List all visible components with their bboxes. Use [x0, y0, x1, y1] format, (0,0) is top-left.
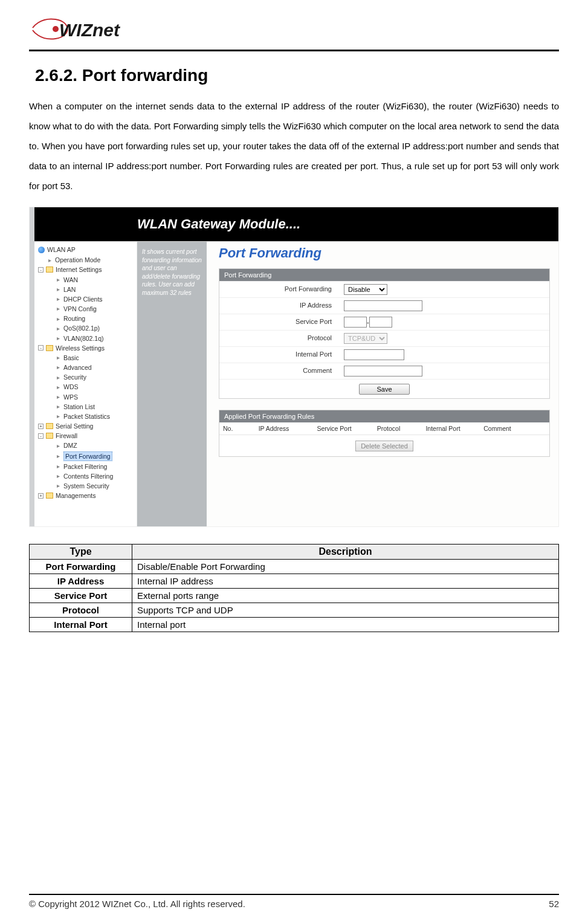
cell-desc: Internal port: [132, 618, 559, 632]
brand-logo: WIZnet: [29, 13, 559, 45]
cell-type: Internal Port: [30, 618, 132, 632]
service-port-to-input[interactable]: [369, 317, 392, 328]
tree-item-selected[interactable]: Port Forwarding: [63, 451, 112, 461]
tree-item[interactable]: LAN: [63, 285, 76, 294]
cell-type: IP Address: [30, 574, 132, 589]
tree-item[interactable]: WAN: [63, 276, 78, 284]
box-header: Applied Port Forwarding Rules: [219, 410, 549, 422]
cell-desc: External ports range: [132, 589, 559, 603]
cell-desc: Disable/Enable Port Forwarding: [132, 560, 559, 574]
applied-rules-box: Applied Port Forwarding Rules No. IP Add…: [219, 410, 550, 457]
help-text: It shows current port forwarding informa…: [137, 242, 207, 526]
service-port-from-input[interactable]: [344, 317, 367, 328]
router-screenshot: WLAN Gateway Module.... WLAN AP ▸Operati…: [29, 207, 559, 527]
col-header: IP Address: [244, 422, 304, 435]
port-forwarding-select[interactable]: Disable: [344, 284, 387, 295]
cell-type: Service Port: [30, 589, 132, 603]
svg-text:WIZnet: WIZnet: [59, 20, 121, 40]
tree-folder[interactable]: Managements: [56, 491, 96, 500]
tree-folder[interactable]: Serial Setting: [56, 422, 93, 430]
tree-item[interactable]: QoS(802.1p): [63, 324, 100, 332]
label-protocol: Protocol: [219, 330, 340, 346]
port-forwarding-box: Port Forwarding Port Forwarding Disable …: [219, 268, 550, 399]
header-description: Description: [132, 545, 559, 560]
tree-item[interactable]: VPN Config: [63, 305, 97, 313]
tree-item[interactable]: DHCP Clients: [63, 295, 103, 303]
page-number: 52: [549, 899, 559, 909]
field-description-table: Type Description Port Forwarding Disable…: [29, 544, 559, 632]
tree-folder[interactable]: Wireless Settings: [56, 344, 105, 352]
col-header: Service Port: [304, 422, 364, 435]
section-title: 2.6.2. Port forwarding: [35, 66, 559, 85]
tree-item[interactable]: DMZ: [63, 441, 77, 450]
tree-item[interactable]: Routing: [63, 314, 85, 323]
copyright-text: © Copyright 2012 WIZnet Co., Ltd. All ri…: [29, 899, 245, 909]
col-header: Internal Port: [413, 422, 473, 435]
ip-address-input[interactable]: [344, 300, 422, 311]
tree-root-label: WLAN AP: [47, 245, 76, 254]
tree-folder[interactable]: Internet Settings: [56, 265, 102, 274]
tree-item[interactable]: Station List: [63, 402, 95, 411]
tree-folder[interactable]: Firewall: [56, 431, 77, 440]
col-header: Comment: [473, 422, 522, 435]
tree-item[interactable]: Basic: [63, 354, 79, 362]
table-row: Protocol Supports TCP and UDP: [30, 603, 559, 618]
tree-item[interactable]: Packet Statistics: [63, 412, 110, 421]
tree-item[interactable]: VLAN(802.1q): [63, 334, 104, 343]
page-title: Port Forwarding: [219, 245, 550, 261]
tree-item[interactable]: WPS: [63, 393, 78, 401]
box-header: Port Forwarding: [219, 269, 549, 281]
cell-type: Port Forwarding: [30, 560, 132, 574]
label-port-forwarding: Port Forwarding: [219, 281, 340, 297]
nav-tree[interactable]: WLAN AP ▸Operation Mode -Internet Settin…: [34, 242, 137, 526]
tree-item[interactable]: Contents Filtering: [63, 472, 113, 480]
tree-item[interactable]: Security: [63, 373, 86, 381]
tree-item[interactable]: Packet Filtering: [63, 462, 107, 471]
window-title: WLAN Gateway Module....: [34, 207, 558, 241]
save-button[interactable]: Save: [359, 384, 409, 395]
cell-desc: Supports TCP and UDP: [132, 603, 559, 618]
page-footer: © Copyright 2012 WIZnet Co., Ltd. All ri…: [29, 894, 559, 909]
table-row: Internal Port Internal port: [30, 618, 559, 632]
table-row: IP Address Internal IP address: [30, 574, 559, 589]
label-internal-port: Internal Port: [219, 346, 340, 363]
svg-point-0: [53, 26, 59, 32]
label-ip-address: IP Address: [219, 297, 340, 314]
col-header: Protocol: [364, 422, 413, 435]
label-service-port: Service Port: [219, 314, 340, 330]
comment-input[interactable]: [344, 366, 422, 376]
section-paragraph: When a computer on the internet sends da…: [29, 96, 559, 196]
internal-port-input[interactable]: [344, 349, 404, 360]
header-type: Type: [30, 545, 132, 560]
delete-selected-button[interactable]: Delete Selected: [355, 441, 413, 451]
cell-desc: Internal IP address: [132, 574, 559, 589]
tree-item[interactable]: WDS: [63, 383, 79, 391]
col-header: No.: [219, 422, 244, 435]
cell-type: Protocol: [30, 603, 132, 618]
header-rule: [29, 50, 559, 51]
tree-item[interactable]: Advanced: [63, 363, 92, 372]
protocol-select[interactable]: TCP&UDP: [344, 333, 387, 344]
table-header-row: Type Description: [30, 545, 559, 560]
tree-item[interactable]: System Security: [63, 482, 109, 490]
table-row: Service Port External ports range: [30, 589, 559, 603]
table-row: Port Forwarding Disable/Enable Port Forw…: [30, 560, 559, 574]
tree-item[interactable]: Operation Mode: [55, 256, 100, 264]
label-comment: Comment: [219, 363, 340, 379]
globe-icon: [38, 247, 45, 253]
